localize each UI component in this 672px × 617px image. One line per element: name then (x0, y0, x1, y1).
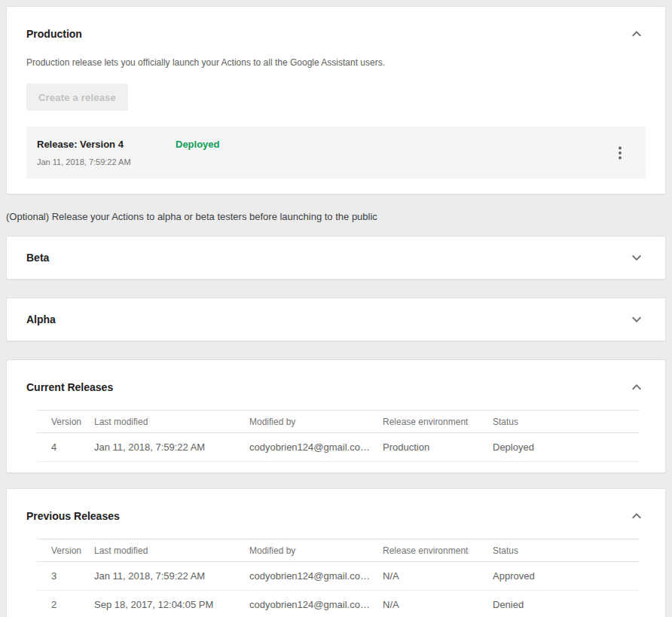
release-main: Release: Version 4 Jan 11, 2018, 7:59:22… (37, 139, 611, 167)
optional-note: (Optional) Release your Actions to alpha… (6, 210, 666, 223)
cell-version: 3 (37, 562, 94, 591)
cell-release-environment: Production (383, 433, 493, 462)
deployed-release-row: Release: Version 4 Jan 11, 2018, 7:59:22… (26, 127, 646, 179)
previous-releases-card: Previous Releases Version Last modified … (6, 488, 666, 617)
production-header: Production (26, 25, 646, 43)
alpha-title: Alpha (26, 313, 56, 326)
releases-page: Production Production release lets you o… (0, 0, 672, 617)
create-release-button[interactable]: Create a release (26, 84, 128, 111)
beta-header: Beta (26, 249, 646, 267)
production-description: Production release lets you officially l… (26, 57, 646, 69)
cell-last-modified: Sep 18, 2017, 12:04:05 PM (94, 591, 249, 617)
cell-release-environment: N/A (383, 562, 493, 591)
kebab-menu-icon (611, 144, 629, 162)
cell-modified-by: codyobrien124@gmail.co… (249, 433, 383, 462)
chevron-down-icon (628, 249, 646, 267)
collapse-current-releases-button[interactable] (628, 378, 646, 396)
chevron-up-icon (628, 507, 646, 525)
column-header-status: Status (493, 411, 640, 433)
chevron-up-icon (628, 25, 646, 43)
release-date: Jan 11, 2018, 7:59:22 AM (37, 157, 176, 167)
previous-releases-header: Previous Releases (26, 507, 646, 525)
beta-title: Beta (26, 251, 49, 264)
column-header-release-environment: Release environment (383, 411, 493, 433)
alpha-card: Alpha (6, 298, 666, 341)
column-header-last-modified: Last modified (94, 411, 249, 433)
release-status-badge: Deployed (176, 139, 220, 151)
alpha-header: Alpha (26, 310, 646, 328)
collapse-production-button[interactable] (628, 25, 646, 43)
cell-release-environment: N/A (383, 591, 493, 617)
release-name: Release: Version 4 (37, 139, 176, 151)
current-releases-title: Current Releases (26, 380, 113, 394)
cell-status: Denied (493, 591, 640, 617)
cell-status: Approved (493, 562, 640, 591)
column-header-status: Status (493, 539, 640, 562)
column-header-version: Version (37, 539, 94, 562)
current-releases-table: Version Last modified Modified by Releas… (37, 410, 640, 462)
current-releases-card: Current Releases Version Last modified M… (6, 359, 666, 473)
release-text: Release: Version 4 Jan 11, 2018, 7:59:22… (37, 139, 176, 167)
column-header-release-environment: Release environment (383, 539, 493, 562)
cell-version: 4 (37, 433, 94, 462)
cell-modified-by: codyobrien124@gmail.co… (249, 562, 383, 591)
expand-alpha-button[interactable] (628, 310, 646, 328)
expand-beta-button[interactable] (628, 249, 646, 267)
cell-status: Deployed (493, 433, 640, 462)
cell-last-modified: Jan 11, 2018, 7:59:22 AM (94, 433, 249, 462)
table-row: 3 Jan 11, 2018, 7:59:22 AM codyobrien124… (37, 562, 640, 591)
cell-version: 2 (37, 591, 94, 617)
table-header-row: Version Last modified Modified by Releas… (37, 539, 640, 562)
chevron-up-icon (628, 378, 646, 396)
cell-last-modified: Jan 11, 2018, 7:59:22 AM (94, 562, 249, 591)
production-card: Production Production release lets you o… (6, 6, 666, 194)
beta-card: Beta (6, 236, 666, 279)
column-header-modified-by: Modified by (249, 411, 383, 433)
column-header-modified-by: Modified by (249, 539, 383, 562)
current-releases-header: Current Releases (26, 378, 646, 396)
table-row: 2 Sep 18, 2017, 12:04:05 PM codyobrien12… (37, 591, 640, 617)
release-menu-button[interactable] (611, 144, 629, 162)
cell-modified-by: codyobrien124@gmail.co… (249, 591, 383, 617)
chevron-down-icon (628, 310, 646, 328)
table-row: 4 Jan 11, 2018, 7:59:22 AM codyobrien124… (37, 433, 640, 462)
production-title: Production (26, 27, 82, 41)
column-header-version: Version (37, 411, 94, 433)
table-header-row: Version Last modified Modified by Releas… (37, 411, 640, 433)
previous-releases-table: Version Last modified Modified by Releas… (37, 539, 640, 617)
collapse-previous-releases-button[interactable] (628, 507, 646, 525)
column-header-last-modified: Last modified (94, 539, 249, 562)
previous-releases-title: Previous Releases (26, 509, 120, 523)
